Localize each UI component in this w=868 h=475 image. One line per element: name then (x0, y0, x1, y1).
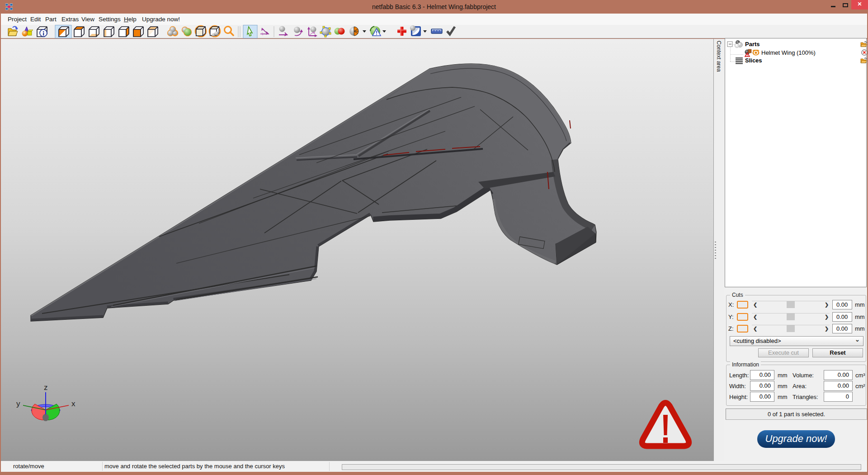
svg-text:x: x (71, 399, 75, 408)
svg-text:y: y (16, 399, 20, 408)
svg-text:z: z (44, 383, 48, 392)
